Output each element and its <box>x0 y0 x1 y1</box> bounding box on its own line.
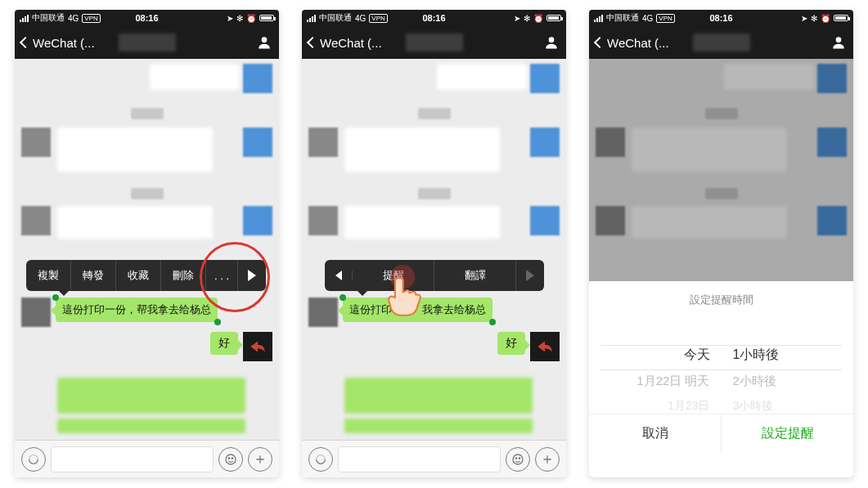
nav-bar: WeChat (... <box>589 26 853 59</box>
avatar <box>243 332 272 361</box>
nav-title-blur <box>119 34 176 51</box>
reply-row: 好 <box>210 332 272 361</box>
reply-text: 好 <box>506 336 517 349</box>
nav-title-blur <box>406 34 463 51</box>
nav-title: WeChat (... <box>607 36 669 50</box>
phone-screenshot-1: 中国联通 4G VPN 08:16 ➤ ✻ ⏰ WeChat (... <box>15 10 279 477</box>
reply-bubble[interactable]: 好 <box>210 332 238 355</box>
voice-button[interactable] <box>308 447 333 472</box>
sheet-title: 設定提醒時間 <box>589 281 853 316</box>
triangle-right-icon <box>526 270 534 281</box>
input-bar <box>302 440 566 477</box>
input-bar <box>15 440 279 477</box>
selected-message-text-b: 我拿去给杨总 <box>422 303 486 316</box>
svg-point-8 <box>836 37 842 43</box>
profile-icon[interactable] <box>543 34 560 51</box>
svg-point-5 <box>513 454 523 464</box>
status-bar: 中国联通 4G VPN 08:16 ➤ ✻ ⏰ <box>302 10 566 26</box>
svg-point-4 <box>549 37 555 43</box>
picker-date-next: 1月22日 明天 <box>636 374 709 389</box>
reply-bubble[interactable]: 好 <box>497 332 525 355</box>
chevron-left-icon <box>20 37 31 48</box>
chevron-left-icon <box>594 37 605 48</box>
message-input[interactable] <box>338 446 501 472</box>
svg-point-3 <box>232 458 232 459</box>
back-button[interactable]: WeChat (... <box>596 36 669 50</box>
menu-more[interactable]: . . . <box>206 260 238 291</box>
emoji-button[interactable] <box>218 447 243 472</box>
menu-favorite[interactable]: 收藏 <box>116 260 161 291</box>
menu-next-arrow[interactable] <box>238 270 266 281</box>
svg-point-1 <box>226 454 236 464</box>
plus-button[interactable] <box>535 447 560 472</box>
reply-row: 好 <box>497 332 560 361</box>
picker-date-selected: 今天 <box>684 347 710 364</box>
selected-message-row: 這份打印一份，帮我拿去给杨总 <box>21 298 218 327</box>
svg-point-2 <box>228 458 229 459</box>
phone-screenshot-2: 中国联通 4G VPN 08:16 ➤ ✻ ⏰ WeChat (... <box>302 10 566 477</box>
nav-title-blur <box>693 34 750 51</box>
chevron-left-icon <box>307 37 318 48</box>
clock-label: 08:16 <box>15 13 279 23</box>
nav-title: WeChat (... <box>320 36 382 50</box>
nav-bar: WeChat (... <box>15 26 279 59</box>
avatar <box>21 298 51 327</box>
voice-button[interactable] <box>21 447 46 472</box>
status-bar: 中国联通 4G VPN 08:16 ➤ ✻ ⏰ <box>589 10 853 26</box>
context-menu: 複製 轉發 收藏 刪除 . . . <box>26 260 266 291</box>
selected-message-bubble[interactable]: 這份打印一份，帮我拿去给杨总 <box>56 298 218 322</box>
clock-label: 08:16 <box>589 13 853 23</box>
profile-icon[interactable] <box>830 34 847 51</box>
reminder-sheet: 設定提醒時間 今天 1月22日 明天 1月23日 1小時後 2小時後 3小時後 … <box>589 281 853 477</box>
time-picker[interactable]: 今天 1月22日 明天 1月23日 1小時後 2小時後 3小時後 <box>589 316 853 414</box>
emoji-button[interactable] <box>506 447 530 472</box>
battery-icon <box>259 15 274 21</box>
menu-prev-arrow[interactable] <box>325 271 353 280</box>
nav-bar: WeChat (... <box>302 26 566 59</box>
menu-forward[interactable]: 轉發 <box>71 260 116 291</box>
svg-point-0 <box>262 37 268 43</box>
picker-time-faded: 3小時後 <box>733 399 774 414</box>
picker-time-selected: 1小時後 <box>733 347 780 364</box>
plus-button[interactable] <box>248 447 272 472</box>
back-button[interactable]: WeChat (... <box>308 36 382 50</box>
reply-text: 好 <box>218 336 230 349</box>
picker-date-column[interactable]: 今天 1月22日 明天 1月23日 <box>589 316 722 414</box>
chat-area: 提醒 翻譯 這份打印 我拿去给杨总 好 <box>302 59 566 440</box>
menu-copy[interactable]: 複製 <box>26 260 71 291</box>
triangle-right-icon <box>248 270 256 281</box>
pointing-hand-icon <box>384 275 421 320</box>
avatar <box>308 298 338 327</box>
selected-message-text: 這份打印一份，帮我拿去给杨总 <box>62 303 211 316</box>
cancel-button[interactable]: 取消 <box>589 414 722 453</box>
avatar <box>530 332 560 361</box>
nav-title: WeChat (... <box>33 36 95 50</box>
sheet-actions: 取消 設定提醒 <box>589 414 853 453</box>
phone-screenshot-3: 中国联通 4G VPN 08:16 ➤ ✻ ⏰ WeChat (... <box>589 10 853 477</box>
context-menu-page2: 提醒 翻譯 <box>325 260 544 291</box>
chat-area: 設定提醒時間 今天 1月22日 明天 1月23日 1小時後 2小時後 3小時後 … <box>589 59 853 477</box>
profile-icon[interactable] <box>256 34 272 51</box>
picker-date-faded: 1月23日 <box>668 399 709 414</box>
triangle-left-icon <box>335 271 342 280</box>
message-input[interactable] <box>51 446 214 472</box>
picker-time-next: 2小時後 <box>733 374 776 389</box>
menu-next-arrow-disabled <box>516 270 544 281</box>
battery-icon <box>834 15 848 21</box>
menu-delete[interactable]: 刪除 <box>161 260 206 291</box>
chat-area: 複製 轉發 收藏 刪除 . . . 這份打印一份，帮我拿去给杨总 好 <box>15 59 279 440</box>
confirm-button[interactable]: 設定提醒 <box>722 414 853 453</box>
picker-time-column[interactable]: 1小時後 2小時後 3小時後 <box>722 316 854 414</box>
back-button[interactable]: WeChat (... <box>21 36 95 50</box>
battery-icon <box>546 15 561 21</box>
status-bar: 中国联通 4G VPN 08:16 ➤ ✻ ⏰ <box>15 10 279 26</box>
svg-point-6 <box>515 458 516 459</box>
menu-translate[interactable]: 翻譯 <box>434 260 516 291</box>
clock-label: 08:16 <box>302 13 566 23</box>
svg-point-7 <box>519 458 519 459</box>
